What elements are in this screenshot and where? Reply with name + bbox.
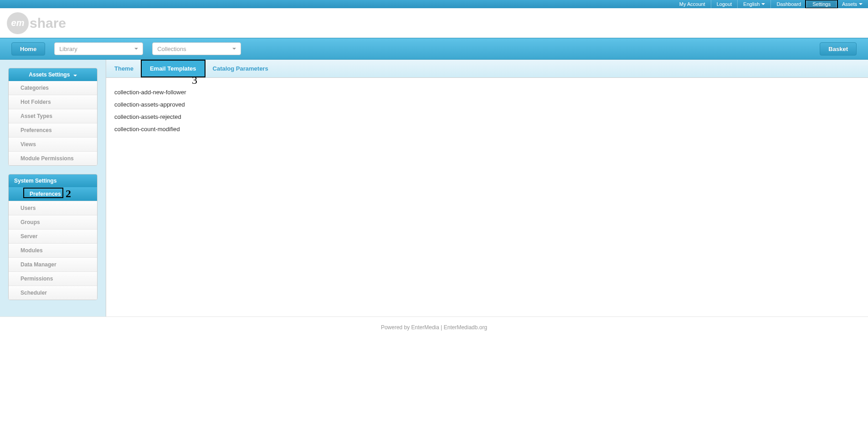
- sidebar-item-users[interactable]: Users: [9, 201, 97, 215]
- assets-settings-title: Assets Settings: [29, 71, 70, 78]
- library-dropdown-label: Library: [59, 46, 77, 52]
- footer: Powered by EnterMedia | EnterMediadb.org: [0, 316, 868, 338]
- basket-button[interactable]: Basket: [820, 42, 857, 56]
- tab-catalog-parameters[interactable]: Catalog Parameters: [205, 60, 277, 77]
- nav-settings-label: Settings: [812, 1, 831, 7]
- sidebar: Assets Settings Categories Hot Folders A…: [0, 60, 106, 316]
- template-item[interactable]: collection-add-new-follower: [114, 86, 860, 98]
- system-settings-header[interactable]: System Settings: [9, 174, 97, 187]
- top-nav: My Account Logout English Dashboard Sett…: [674, 0, 868, 8]
- chevron-down-icon: [761, 3, 765, 5]
- assets-settings-panel: Assets Settings Categories Hot Folders A…: [8, 68, 98, 166]
- main-bar: Home Library Collections Basket: [0, 38, 868, 60]
- sidebar-item-scheduler[interactable]: Scheduler: [9, 286, 97, 300]
- nav-language-label: English: [743, 1, 760, 7]
- logo-circle: em: [7, 12, 29, 34]
- library-dropdown[interactable]: Library: [54, 42, 143, 55]
- template-list: collection-add-new-follower collection-a…: [106, 78, 868, 143]
- annotation-2: 2: [66, 188, 71, 200]
- top-bar: My Account Logout English Dashboard Sett…: [0, 0, 868, 8]
- logo-text: share: [30, 15, 66, 31]
- nav-my-account[interactable]: My Account: [674, 0, 711, 8]
- nav-my-account-label: My Account: [679, 1, 705, 7]
- template-item[interactable]: collection-assets-rejected: [114, 111, 860, 123]
- system-settings-panel: System Settings Preferences 2 Users Grou…: [8, 174, 98, 300]
- home-button[interactable]: Home: [11, 42, 45, 56]
- collections-dropdown[interactable]: Collections: [152, 42, 241, 55]
- sidebar-item-permissions[interactable]: Permissions: [9, 272, 97, 286]
- tabs-bar: Theme Email Templates Catalog Parameters…: [106, 60, 868, 78]
- sidebar-item-preferences-system[interactable]: Preferences 2: [9, 187, 97, 201]
- template-item[interactable]: collection-assets-approved: [114, 98, 860, 111]
- sidebar-item-server[interactable]: Server: [9, 230, 97, 244]
- annotation-3: 3: [192, 74, 197, 87]
- tab-theme[interactable]: Theme: [106, 60, 142, 77]
- chevron-down-icon: [232, 48, 236, 50]
- sidebar-item-asset-types[interactable]: Asset Types: [9, 109, 97, 123]
- sidebar-item-data-manager[interactable]: Data Manager: [9, 258, 97, 272]
- chevron-down-icon: [73, 75, 77, 77]
- tab-email-templates-label: Email Templates: [150, 65, 196, 72]
- collections-dropdown-label: Collections: [157, 46, 186, 52]
- sidebar-item-groups[interactable]: Groups: [9, 215, 97, 230]
- nav-dashboard-label: Dashboard: [776, 1, 801, 7]
- template-item[interactable]: collection-count-modified: [114, 123, 860, 135]
- assets-settings-header[interactable]: Assets Settings: [9, 68, 97, 81]
- nav-logout[interactable]: Logout: [711, 0, 738, 8]
- nav-logout-label: Logout: [717, 1, 732, 7]
- header: em share: [0, 8, 868, 38]
- sidebar-item-hot-folders[interactable]: Hot Folders: [9, 95, 97, 109]
- sidebar-item-modules[interactable]: Modules: [9, 244, 97, 258]
- sidebar-item-preferences-assets[interactable]: Preferences: [9, 123, 97, 138]
- sidebar-item-categories[interactable]: Categories: [9, 81, 97, 95]
- nav-settings[interactable]: Settings: [807, 0, 837, 8]
- nav-dashboard[interactable]: Dashboard: [771, 0, 807, 8]
- chevron-down-icon: [134, 48, 138, 50]
- nav-language[interactable]: English: [738, 0, 771, 8]
- sidebar-item-preferences-label: Preferences: [30, 191, 61, 197]
- sidebar-item-views[interactable]: Views: [9, 138, 97, 152]
- nav-assets[interactable]: Assets: [837, 0, 868, 8]
- nav-assets-label: Assets: [842, 1, 857, 7]
- content-wrapper: Assets Settings Categories Hot Folders A…: [0, 60, 868, 316]
- main-content: Theme Email Templates Catalog Parameters…: [106, 60, 868, 316]
- sidebar-item-module-permissions[interactable]: Module Permissions: [9, 152, 97, 165]
- chevron-down-icon: [859, 3, 863, 5]
- logo[interactable]: em share: [7, 12, 66, 34]
